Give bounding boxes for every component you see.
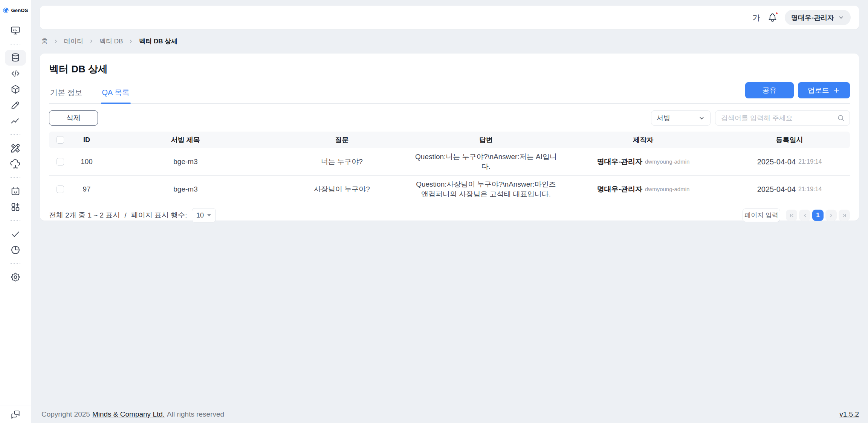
next-page-button[interactable] [825, 210, 837, 221]
creator-name: 명대우-관리자 [597, 184, 642, 194]
column-header-serving-title: 서빙 제목 [102, 135, 269, 144]
chevron-left-icon [802, 212, 808, 219]
column-header-creator: 제작자 [558, 135, 729, 144]
prev-page-button[interactable] [799, 210, 810, 221]
cell-creator: 명대우-관리자 dwmyoung-admin [558, 157, 729, 167]
sidebar-item-tools[interactable] [5, 140, 26, 156]
sidebar-item-settings[interactable] [5, 269, 26, 285]
column-header-date: 등록일시 [729, 135, 850, 144]
tabs-row: 기본 정보 QA 목록 공유 업로드 [49, 82, 850, 104]
share-button-label: 공유 [763, 86, 777, 95]
chevron-right-icon [53, 39, 58, 44]
app-logo[interactable]: GenOS [0, 0, 31, 17]
cell-date: 2025-04-04 21:19:14 [729, 184, 850, 194]
chat-icon [11, 410, 20, 420]
user-menu[interactable]: 명대우-관리자 [785, 10, 851, 25]
cell-question: 사장님이 누구야? [269, 184, 414, 194]
cell-date: 2025-04-04 21:19:14 [729, 157, 850, 167]
search-icon[interactable] [837, 114, 845, 122]
serving-filter-select[interactable]: 서빙 [651, 110, 711, 126]
first-page-button[interactable] [786, 210, 797, 221]
sidebar-item-code[interactable] [5, 66, 26, 81]
header-actions: 공유 업로드 [745, 82, 850, 103]
table-row[interactable]: 97 bge-m3 사장님이 누구야? Question:사장님이 누구야?\n… [49, 176, 850, 203]
copyright: Copyright 2025Minds & Company Ltd.All ri… [41, 410, 224, 418]
chevrons-last-icon [841, 212, 848, 219]
sidebar-item-schedule[interactable] [5, 183, 26, 199]
cell-answer: Question:사장님이 누구야?\nAnswer:마인즈앤컴퍼니의 사장님은… [414, 179, 558, 199]
breadcrumb-current: 벡터 DB 상세 [139, 37, 177, 46]
sidebar-item-metrics[interactable] [5, 113, 26, 129]
qa-table: ID 서빙 제목 질문 답변 제작자 등록일시 100 bge-m3 너는 누구… [49, 132, 850, 203]
notification-button[interactable] [767, 12, 778, 23]
sidebar-item-vector-db[interactable] [5, 50, 26, 66]
time-value: 21:19:14 [798, 184, 822, 194]
column-header-question: 질문 [269, 135, 414, 144]
page-footer: Copyright 2025Minds & Company Ltd.All ri… [31, 406, 868, 423]
date-value: 2025-04-04 [757, 157, 796, 167]
user-name: 명대우-관리자 [791, 13, 834, 22]
rows-per-page-label: 페이지 표시 행수: [131, 210, 187, 220]
tab-basic-info[interactable]: 기본 정보 [49, 87, 84, 103]
pagination-summary-group: 전체 2개 중 1 ~ 2 표시 / 페이지 표시 행수: 10 [49, 208, 216, 222]
chevron-down-icon [698, 115, 705, 121]
creator-id: dwmyoung-admin [645, 184, 689, 194]
copyright-suffix: All rights reserved [167, 410, 224, 418]
date-value: 2025-04-04 [757, 184, 796, 194]
select-all-checkbox[interactable] [57, 136, 64, 144]
main-area: 가 명대우-관리자 홈 데이터 벡터 DB 벡터 DB 상세 벡터 DB 상세 … [31, 0, 868, 423]
sidebar-item-apps[interactable] [5, 199, 26, 215]
sidebar-item-dashboard[interactable] [5, 23, 26, 38]
vector-db-detail-card: 벡터 DB 상세 기본 정보 QA 목록 공유 업로드 삭제 서빙 [40, 54, 859, 221]
delete-button[interactable]: 삭제 [49, 110, 98, 126]
version-link[interactable]: v1.5.2 [839, 410, 859, 418]
breadcrumb: 홈 데이터 벡터 DB 벡터 DB 상세 [41, 37, 859, 46]
monitor-analytics-icon [10, 25, 21, 36]
serving-filter-value: 서빙 [657, 113, 670, 123]
breadcrumb-vector-db[interactable]: 벡터 DB [99, 37, 123, 46]
sidebar-item-deploy[interactable] [5, 156, 26, 172]
upload-button[interactable]: 업로드 [798, 82, 850, 98]
grid-add-icon [10, 202, 21, 212]
sidebar-divider [11, 129, 20, 140]
tab-qa-list[interactable]: QA 목록 [101, 87, 131, 103]
database-icon [10, 52, 21, 63]
chart-line-icon [10, 116, 21, 126]
last-page-button[interactable] [839, 210, 850, 221]
sidebar-divider [11, 258, 20, 269]
page-number-input[interactable] [743, 208, 780, 222]
language-toggle[interactable]: 가 [752, 12, 760, 23]
column-header-id: ID [72, 136, 102, 144]
breadcrumb-data[interactable]: 데이터 [64, 37, 83, 46]
table-toolbar: 삭제 서빙 [49, 110, 850, 126]
sidebar-item-usage[interactable] [5, 242, 26, 258]
sidebar-footer [0, 406, 31, 423]
sidebar-divider [11, 215, 20, 226]
rows-per-page-value: 10 [196, 212, 204, 219]
chevron-right-icon [128, 39, 133, 44]
table-row[interactable]: 100 bge-m3 너는 누구야? Question:너는 누구야?\nAns… [49, 148, 850, 176]
code-icon [10, 68, 21, 79]
page-1-button[interactable]: 1 [812, 210, 824, 221]
sidebar-item-feedback[interactable] [5, 407, 26, 423]
box-icon [10, 84, 21, 95]
logo-icon [3, 7, 9, 14]
time-value: 21:19:14 [798, 157, 822, 167]
search-input[interactable] [720, 114, 833, 123]
company-link[interactable]: Minds & Company Ltd. [92, 410, 165, 418]
row-checkbox[interactable] [57, 185, 64, 193]
rows-per-page-select[interactable]: 10 [192, 208, 216, 222]
share-button[interactable]: 공유 [745, 82, 794, 98]
breadcrumb-home[interactable]: 홈 [41, 37, 48, 46]
sidebar-item-approval[interactable] [5, 226, 26, 242]
table-header-row: ID 서빙 제목 질문 답변 제작자 등록일시 [49, 132, 850, 148]
pagination-controls: 1 [743, 208, 850, 222]
sidebar-item-models[interactable] [5, 81, 26, 97]
chevron-down-icon [838, 14, 844, 21]
cell-creator: 명대우-관리자 dwmyoung-admin [558, 184, 729, 194]
tools-icon [10, 143, 21, 153]
cloud-data-icon [10, 159, 21, 169]
row-checkbox[interactable] [57, 158, 64, 166]
chevron-right-icon [828, 212, 834, 219]
sidebar-item-edit[interactable] [5, 97, 26, 113]
